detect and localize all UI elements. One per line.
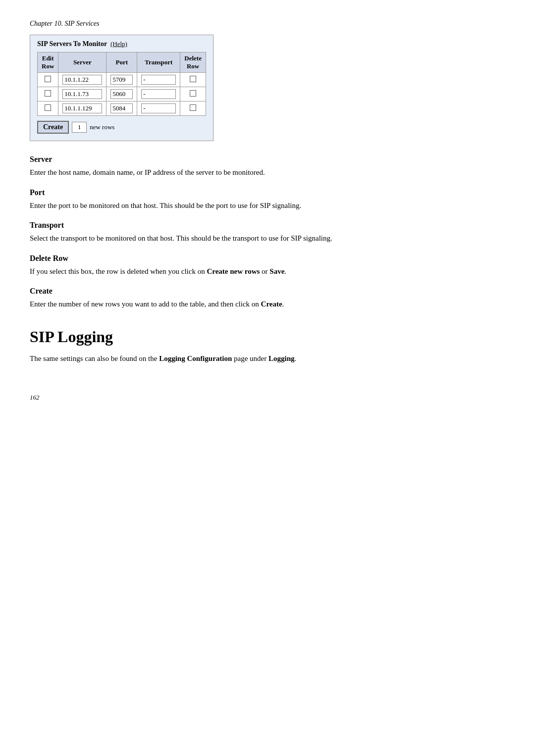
delete-row-checkbox-cell-1 — [180, 73, 206, 87]
section-transport-heading: Transport — [30, 221, 505, 230]
delete-row-checkbox-2[interactable] — [190, 90, 196, 97]
edit-row-checkbox-cell-1 — [38, 73, 58, 87]
transport-input-2[interactable] — [141, 89, 176, 99]
section-create: Create Enter the number of new rows you … — [30, 287, 505, 310]
col-header-delete-row: DeleteRow — [180, 52, 206, 73]
create-suffix-label: new rows — [90, 123, 114, 131]
server-input-2[interactable] — [62, 89, 102, 99]
table-title-text: SIP Servers To Monitor — [37, 40, 107, 48]
section-port-text: Enter the port to be monitored on that h… — [30, 200, 505, 211]
section-server-heading: Server — [30, 155, 505, 164]
server-input-1[interactable] — [62, 75, 102, 85]
edit-row-checkbox-2[interactable] — [45, 90, 51, 97]
create-num-input[interactable] — [72, 122, 87, 133]
table-row — [38, 101, 206, 116]
col-header-server: Server — [58, 52, 107, 73]
sip-logging-heading: SIP Logging — [30, 328, 505, 346]
transport-field-cell-2 — [137, 87, 180, 101]
delete-row-checkbox-cell-2 — [180, 87, 206, 101]
transport-input-3[interactable] — [141, 103, 176, 113]
col-header-port: Port — [107, 52, 137, 73]
edit-row-checkbox-cell-3 — [38, 101, 58, 116]
section-port-heading: Port — [30, 188, 505, 197]
server-field-cell-3 — [58, 101, 107, 116]
sip-logging-text: The same settings can also be found on t… — [30, 353, 505, 364]
section-server-text: Enter the host name, domain name, or IP … — [30, 167, 505, 178]
delete-row-checkbox-cell-3 — [180, 101, 206, 116]
section-transport-text: Select the transport to be monitored on … — [30, 233, 505, 244]
help-link[interactable]: (Help) — [110, 40, 127, 48]
col-header-edit-row: EditRow — [38, 52, 58, 73]
edit-row-checkbox-1[interactable] — [45, 76, 51, 82]
server-field-cell-2 — [58, 87, 107, 101]
section-sip-logging: The same settings can also be found on t… — [30, 353, 505, 364]
table-row — [38, 87, 206, 101]
section-delete-row: Delete Row If you select this box, the r… — [30, 254, 505, 277]
section-delete-row-text: If you select this box, the row is delet… — [30, 266, 505, 277]
port-input-1[interactable] — [110, 75, 133, 85]
server-field-cell-1 — [58, 73, 107, 87]
chapter-heading: Chapter 10. SIP Services — [30, 20, 505, 28]
port-field-cell-2 — [107, 87, 137, 101]
table-row — [38, 73, 206, 87]
table-header-row: EditRow Server Port Transport DeleteRow — [38, 52, 206, 73]
edit-row-checkbox-3[interactable] — [45, 104, 51, 111]
port-field-cell-1 — [107, 73, 137, 87]
port-input-3[interactable] — [110, 103, 133, 113]
port-input-2[interactable] — [110, 89, 133, 99]
col-header-transport: Transport — [137, 52, 180, 73]
section-create-text: Enter the number of new rows you want to… — [30, 299, 505, 310]
page-number: 162 — [30, 394, 505, 402]
section-transport: Transport Select the transport to be mon… — [30, 221, 505, 244]
transport-field-cell-3 — [137, 101, 180, 116]
delete-row-checkbox-3[interactable] — [190, 104, 196, 111]
port-field-cell-3 — [107, 101, 137, 116]
server-input-3[interactable] — [62, 103, 102, 113]
sip-servers-table: EditRow Server Port Transport DeleteRow — [37, 52, 206, 116]
section-port: Port Enter the port to be monitored on t… — [30, 188, 505, 211]
section-delete-row-heading: Delete Row — [30, 254, 505, 263]
section-create-heading: Create — [30, 287, 505, 296]
create-button[interactable]: Create — [37, 121, 69, 134]
edit-row-checkbox-cell-2 — [38, 87, 58, 101]
transport-field-cell-1 — [137, 73, 180, 87]
table-title: SIP Servers To Monitor (Help) — [37, 40, 206, 48]
create-row-area: Create new rows — [37, 121, 206, 134]
section-server: Server Enter the host name, domain name,… — [30, 155, 505, 178]
delete-row-checkbox-1[interactable] — [190, 76, 196, 82]
transport-input-1[interactable] — [141, 75, 176, 85]
sip-servers-table-container: SIP Servers To Monitor (Help) EditRow Se… — [30, 35, 214, 141]
